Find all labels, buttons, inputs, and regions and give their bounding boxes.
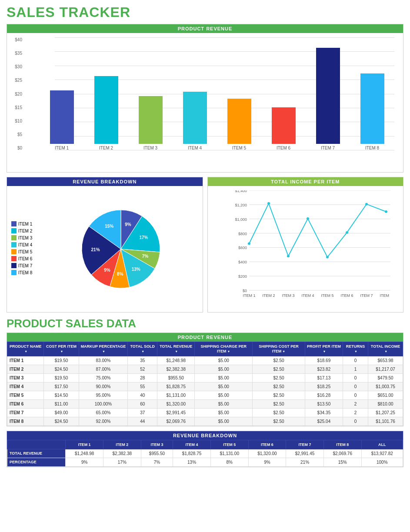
line-path — [249, 203, 386, 257]
table-col-header: TOTAL REVENUE▼ — [157, 342, 195, 356]
table-cell: 55 — [128, 382, 157, 391]
bar-rect — [139, 96, 163, 144]
legend-item: ITEM 5 — [11, 249, 37, 254]
table-cell: 100.00% — [79, 399, 128, 408]
pie-label: 7% — [142, 254, 149, 259]
table-col-header: TOTAL INCOME▼ — [368, 342, 403, 356]
table-cell: $2.50 — [253, 382, 305, 391]
filter-arrow[interactable]: ▼ — [384, 350, 387, 353]
legend-item: ITEM 7 — [11, 263, 37, 268]
y-axis-labels: $0$5$10$15$20$25$30$35$40 — [9, 37, 22, 150]
table-row: ITEM 1$19.5083.00%35$1,248.98$5.00$2.50$… — [7, 356, 403, 365]
bar-x-label: ITEM 8 — [365, 146, 379, 150]
table-cell: ITEM 2 — [7, 365, 44, 373]
bar-group: ITEM 3 — [128, 96, 173, 151]
pie-chart-section: REVENUE BREAKDOWN ITEM 1ITEM 2ITEM 3ITEM… — [7, 177, 203, 313]
pie-label: 9% — [125, 222, 132, 227]
table-cell: $1,320.00 — [157, 399, 195, 408]
bar-rect — [316, 48, 340, 144]
table-cell: $5.00 — [195, 408, 253, 417]
table-col-header: SHIPPING COST PER ITEM▼ — [253, 342, 305, 356]
breakdown-cell: 13% — [173, 458, 211, 466]
table-cell: 90.00% — [79, 382, 128, 391]
svg-text:$200: $200 — [238, 274, 247, 279]
filter-arrow[interactable]: ▼ — [323, 350, 326, 353]
table-cell: $2.50 — [253, 356, 305, 365]
filter-arrow[interactable]: ▼ — [227, 350, 230, 353]
breakdown-col-header: ITEM 6 — [248, 440, 286, 449]
y-axis-label: $15 — [9, 105, 22, 110]
table-cell: $5.00 — [195, 373, 253, 382]
y-axis-label: $35 — [9, 51, 22, 56]
y-axis-label: $0 — [9, 146, 22, 150]
pie-svg: 9%17%7%13%8%9%21%15% — [77, 206, 164, 293]
table-cell: $5.00 — [195, 417, 253, 426]
breakdown-cell: $1,248.98 — [66, 449, 103, 458]
y-axis-label: $5 — [9, 132, 22, 137]
breakdown-cell: $2,069.76 — [323, 449, 361, 458]
pie-legend: ITEM 1ITEM 2ITEM 3ITEM 4ITEM 5ITEM 6ITEM… — [11, 221, 37, 277]
table-cell: $1,217.07 — [368, 365, 403, 373]
legend-label: ITEM 1 — [18, 222, 32, 226]
bar-chart-header: PRODUCT REVENUE — [7, 24, 403, 33]
filter-arrow[interactable]: ▼ — [141, 350, 144, 353]
table-cell: $16.28 — [305, 391, 343, 399]
table-cell: $14.50 — [44, 391, 79, 399]
breakdown-col-header: ITEM 1 — [66, 440, 103, 449]
table-cell: $19.50 — [44, 373, 79, 382]
line-dot — [346, 231, 348, 234]
table-cell: $651.00 — [368, 391, 403, 399]
pie-label: 8% — [117, 272, 123, 276]
legend-item: ITEM 1 — [11, 221, 37, 226]
filter-arrow[interactable]: ▼ — [354, 350, 357, 353]
breakdown-row: PERCENTAGE9%17%7%13%8%9%21%15%100% — [7, 458, 403, 466]
legend-color-box — [11, 270, 17, 275]
breakdown-cell: 9% — [248, 458, 286, 466]
table-cell: $13.50 — [305, 399, 343, 408]
bar-group: ITEM 5 — [217, 99, 261, 150]
table-cell: $19.50 — [44, 356, 79, 365]
breakdown-row-label: PERCENTAGE — [7, 458, 66, 466]
table-cell: $18.25 — [305, 382, 343, 391]
breakdown-col-header: ITEM 8 — [323, 440, 361, 449]
section-title: PRODUCT SALES DATA — [7, 317, 403, 330]
table-cell: $34.35 — [305, 408, 343, 417]
table-cell: 0 — [343, 417, 368, 426]
svg-text:$600: $600 — [238, 246, 247, 250]
bar-x-label: ITEM 5 — [232, 146, 246, 150]
table-cell: ITEM 1 — [7, 356, 44, 365]
table-cell: $479.50 — [368, 373, 403, 382]
filter-arrow[interactable]: ▼ — [102, 350, 105, 353]
y-axis-label: $30 — [9, 64, 22, 69]
breakdown-cell: 8% — [210, 458, 248, 466]
table-cell: $11.00 — [44, 399, 79, 408]
table-cell: $24.50 — [44, 417, 79, 426]
breakdown-cell: 21% — [286, 458, 324, 466]
breakdown-header: REVENUE BREAKDOWN — [7, 431, 403, 440]
table-cell: $1,003.75 — [368, 382, 403, 391]
breakdown-cell: 100% — [361, 458, 403, 466]
table-row: ITEM 5$14.5095.00%40$1,131.00$5.00$2.50$… — [7, 391, 403, 399]
svg-text:$800: $800 — [238, 232, 247, 236]
bar-group: ITEM 1 — [40, 90, 84, 151]
bar-chart-section: PRODUCT REVENUE ITEM 1ITE — [7, 24, 403, 173]
breakdown-col-header: ALL — [361, 440, 403, 449]
filter-arrow[interactable]: ▼ — [282, 350, 285, 353]
table-cell: 95.00% — [79, 391, 128, 399]
legend-color-box — [11, 263, 17, 268]
legend-color-box — [11, 235, 17, 240]
table-cell: ITEM 4 — [7, 382, 44, 391]
line-chart-area: $0$200$400$600$800$1,000$1,200$1,400ITEM… — [208, 186, 403, 312]
table-col-header: COST PER ITEM▼ — [44, 342, 79, 356]
legend-color-box — [11, 221, 17, 226]
filter-arrow[interactable]: ▼ — [60, 350, 63, 353]
bar-rect — [227, 99, 251, 144]
filter-arrow[interactable]: ▼ — [24, 350, 27, 353]
svg-text:ITEM 4: ITEM 4 — [301, 293, 314, 298]
pie-label: 15% — [105, 224, 113, 229]
filter-arrow[interactable]: ▼ — [175, 350, 178, 353]
bar-rect — [272, 107, 296, 144]
table-cell: $49.00 — [44, 408, 79, 417]
table-cell: $2.50 — [253, 399, 305, 408]
breakdown-header-row: ITEM 1ITEM 2ITEM 3ITEM 4ITEM 5ITEM 6ITEM… — [7, 440, 403, 449]
